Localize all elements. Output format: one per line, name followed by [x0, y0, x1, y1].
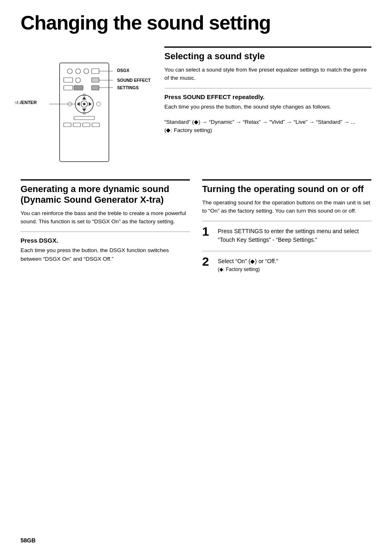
press-sound-effect-title: Press SOUND EFFECT repeatedly. — [164, 93, 371, 100]
selecting-sound-style-section: Selecting a sound style You can select a… — [164, 46, 371, 159]
divider-2 — [21, 232, 190, 232]
page-footer: 58GB — [21, 537, 36, 544]
selecting-sound-style-intro: You can select a sound style from five p… — [164, 66, 371, 83]
press-dsgx-title: Press DSGX. — [21, 237, 190, 244]
page-title: Changing the sound setting — [21, 12, 371, 34]
selecting-sound-style-title: Selecting a sound style — [164, 46, 371, 62]
sound-factory-note: (◆: Factory setting) — [164, 126, 371, 134]
generating-sound-section: Generating a more dynamic sound (Dynamic… — [21, 179, 190, 273]
svg-rect-10 — [92, 86, 99, 90]
step-1-text: Press SETTINGS to enter the settings men… — [218, 225, 371, 244]
press-sound-effect-body: Each time you press the button, the soun… — [164, 103, 371, 111]
enter-label: ↑/↓/ENTER — [14, 100, 37, 105]
sound-effect-label: SOUND EFFECT — [117, 78, 151, 83]
settings-label: SETTINGS — [117, 85, 139, 90]
dsgx-label: DSGX — [117, 68, 129, 73]
sound-sequence: “Standard” (◆) → “Dynamic” → “Relax” → “… — [164, 118, 371, 126]
divider-1 — [164, 88, 371, 88]
svg-rect-7 — [92, 78, 99, 82]
generating-sound-intro: You can reinforce the bass and the trebl… — [21, 209, 190, 226]
press-dsgx-body: Each time you press the button, the DSGX… — [21, 246, 190, 263]
generating-sound-title: Generating a more dynamic sound (Dynamic… — [21, 179, 190, 205]
svg-point-13 — [83, 103, 85, 105]
svg-rect-9 — [74, 86, 83, 90]
step-2-note: (◆: Factory setting) — [218, 266, 278, 272]
step-2: 2 Select “On” (◆) or “Off.” (◆: Factory … — [202, 251, 371, 272]
step-1-number: 1 — [202, 225, 212, 238]
turning-sound-section: Turning the operating sound on or off Th… — [202, 179, 371, 273]
step-1: 1 Press SETTINGS to enter the settings m… — [202, 221, 371, 244]
device-diagram: DSGX SOUND EFFECT SETTINGS ↑/↓/ENTER — [21, 46, 152, 167]
step-2-text: Select “On” (◆) or “Off.” — [218, 255, 278, 266]
turning-sound-intro: The operating sound for the operation bu… — [202, 199, 371, 215]
step-2-number: 2 — [202, 255, 212, 268]
turning-sound-title: Turning the operating sound on or off — [202, 179, 371, 195]
